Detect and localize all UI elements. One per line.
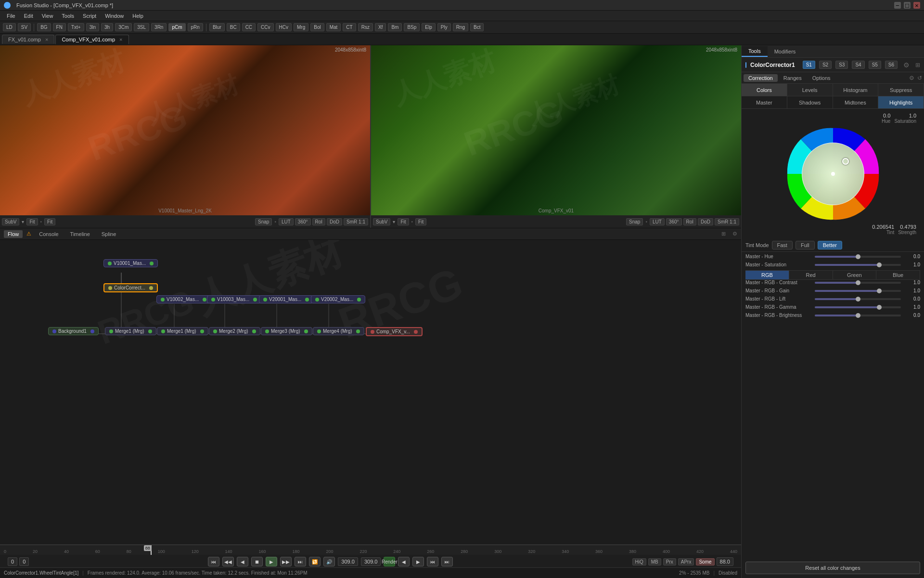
frame-end[interactable]: 88.0 bbox=[717, 557, 733, 566]
menu-file[interactable]: File bbox=[3, 12, 19, 20]
vc-fit2-right[interactable]: Fit bbox=[415, 218, 426, 225]
vc-smr-left[interactable]: SmR 1:1 bbox=[344, 218, 368, 225]
btn-fwd-end[interactable]: ⏭ bbox=[295, 557, 306, 566]
flow-tab-spline[interactable]: Spline bbox=[98, 230, 120, 238]
tint-better-btn[interactable]: Better bbox=[818, 241, 842, 250]
btn-loop[interactable]: 🔁 bbox=[309, 557, 321, 566]
vc-subv-right[interactable]: SubV bbox=[373, 218, 390, 225]
menu-tools[interactable]: Tools bbox=[58, 12, 78, 20]
btn-mb[interactable]: MB bbox=[648, 558, 661, 565]
slider-contrast-thumb[interactable] bbox=[856, 280, 860, 285]
tb-3sl[interactable]: 3SL bbox=[134, 23, 149, 31]
node-canvas[interactable]: 人人素材 RRCG RRCG bbox=[0, 240, 741, 544]
vc-360-right[interactable]: 360° bbox=[666, 218, 682, 225]
tb-bol[interactable]: Bol bbox=[310, 23, 324, 31]
tb-mat[interactable]: Mat bbox=[326, 23, 341, 31]
tint-full-btn[interactable]: Full bbox=[796, 241, 815, 250]
tb-fn[interactable]: FN bbox=[53, 23, 66, 31]
flow-tab-timeline[interactable]: Timeline bbox=[66, 230, 94, 238]
tab-right[interactable]: Comp_VFX_v01.comp × bbox=[55, 35, 128, 44]
tb-bm[interactable]: Bm bbox=[388, 23, 402, 31]
node-v10001[interactable]: V10001_Mas... bbox=[103, 259, 158, 267]
rgb-tab-blue[interactable]: Blue bbox=[876, 271, 920, 279]
time-display-main[interactable]: 309.0 bbox=[338, 557, 358, 566]
tab-left[interactable]: FX_v01.comp × bbox=[2, 35, 54, 44]
btn-audio[interactable]: 🔊 bbox=[323, 557, 335, 566]
menu-script[interactable]: Script bbox=[79, 12, 100, 20]
flow-tab-console[interactable]: Console bbox=[35, 230, 62, 238]
vc-roi-left[interactable]: RoI bbox=[312, 218, 326, 225]
btn-rewind-start[interactable]: ⏮ bbox=[208, 557, 219, 566]
btn-s5[interactable]: S5 bbox=[869, 61, 881, 69]
flow-settings-icon[interactable]: ⚙ bbox=[732, 231, 737, 237]
tb-ct[interactable]: CT bbox=[343, 23, 356, 31]
subtab-settings-icon[interactable]: ⚙ bbox=[909, 75, 914, 81]
tb-blur[interactable]: Blur bbox=[209, 23, 225, 31]
color-tab-histogram[interactable]: Histogram bbox=[833, 84, 879, 96]
slider-sat-track[interactable] bbox=[815, 264, 901, 266]
vc-dod-right[interactable]: DoD bbox=[698, 218, 713, 225]
slider-gain-value[interactable]: 1.0 bbox=[903, 288, 920, 293]
node-v20001[interactable]: V20001_Mas... bbox=[259, 295, 313, 303]
tb-3cm[interactable]: 3Cm bbox=[115, 23, 132, 31]
tb-bsp[interactable]: BSp bbox=[404, 23, 420, 31]
node-enabled-checkbox[interactable] bbox=[745, 62, 746, 68]
btn-step-fwd[interactable]: ▶▶ bbox=[280, 557, 292, 566]
slider-brightness-track[interactable] bbox=[815, 315, 901, 316]
tb-rsz[interactable]: Rsz bbox=[358, 23, 373, 31]
subtab-reset-icon[interactable]: ↺ bbox=[917, 75, 922, 81]
flow-expand-btn[interactable]: ⊞ bbox=[721, 231, 726, 237]
slider-sat-value[interactable]: 1.0 bbox=[903, 262, 920, 267]
vc-subv-left[interactable]: SubV bbox=[2, 218, 19, 225]
minimize-button[interactable]: − bbox=[894, 2, 901, 9]
node-merge4[interactable]: Merge3 (Mrg) bbox=[261, 327, 312, 335]
vc-fit1-left[interactable]: Fit bbox=[26, 218, 38, 225]
btn-s1[interactable]: S1 bbox=[803, 61, 815, 69]
subtab-correction[interactable]: Correction bbox=[744, 74, 778, 82]
tb-cc[interactable]: CC bbox=[242, 23, 256, 31]
tb-hcv[interactable]: HCv bbox=[276, 23, 292, 31]
tb-sv[interactable]: SV bbox=[18, 23, 31, 31]
maximize-button[interactable]: □ bbox=[904, 2, 911, 9]
slider-gain-track[interactable] bbox=[815, 290, 901, 292]
close-button[interactable]: × bbox=[913, 2, 920, 9]
tab-right-close[interactable]: × bbox=[119, 37, 122, 42]
tint-value[interactable]: 0.206541 bbox=[872, 224, 894, 230]
btn-aprx[interactable]: APrx bbox=[678, 558, 694, 565]
panel-tab-tools[interactable]: Tools bbox=[742, 46, 768, 57]
vc-snap-right[interactable]: Snap bbox=[626, 218, 643, 225]
vc-roi-right[interactable]: RoI bbox=[683, 218, 697, 225]
slider-brightness-value[interactable]: 0.0 bbox=[903, 313, 920, 318]
node-background1[interactable]: Background1 bbox=[48, 327, 99, 335]
reset-all-button[interactable]: Reset all color changes bbox=[745, 562, 920, 574]
subtab-ranges[interactable]: Ranges bbox=[779, 74, 807, 82]
node-merge3[interactable]: Merge2 (Mrg) bbox=[209, 327, 260, 335]
render-button[interactable]: Render bbox=[384, 557, 395, 566]
btn-next-frame[interactable]: ▶ bbox=[412, 557, 424, 566]
tb-ccv[interactable]: CCv bbox=[257, 23, 273, 31]
rgb-tab-green[interactable]: Green bbox=[833, 271, 877, 279]
tint-fast-btn[interactable]: Fast bbox=[772, 241, 793, 250]
tb-pcm[interactable]: pCm bbox=[168, 23, 185, 31]
corr-tab-shadows[interactable]: Shadows bbox=[787, 96, 833, 108]
node-v20002[interactable]: V20002_Mas... bbox=[311, 295, 365, 303]
btn-prev-frame[interactable]: ◀ bbox=[398, 557, 410, 566]
time-display-alt[interactable]: 309.0 bbox=[361, 557, 381, 566]
node-expand-icon[interactable]: ⊞ bbox=[915, 62, 920, 68]
vc-fit2-left[interactable]: Fit bbox=[44, 218, 55, 225]
tb-3ln[interactable]: 3ln bbox=[86, 23, 99, 31]
btn-next-key[interactable]: ⏭ bbox=[441, 557, 453, 566]
rgb-tab-red[interactable]: Red bbox=[789, 271, 833, 279]
vc-smr-right[interactable]: SmR 1:1 bbox=[715, 218, 739, 225]
strength-value[interactable]: 0.4793 bbox=[898, 224, 916, 230]
slider-contrast-value[interactable]: 1.0 bbox=[903, 280, 920, 285]
window-controls[interactable]: − □ × bbox=[894, 2, 920, 9]
btn-hiq[interactable]: HiQ bbox=[632, 558, 646, 565]
flow-tab-flow[interactable]: Flow bbox=[4, 230, 23, 238]
corr-tab-midtones[interactable]: Midtones bbox=[833, 96, 879, 108]
btn-play-back[interactable]: ◀ bbox=[237, 557, 248, 566]
slider-gamma-value[interactable]: 1.0 bbox=[903, 304, 920, 310]
viewer-left[interactable]: 人人素材 RRCG 人人素材 2048x858xint8 SubV ▾ Fit … bbox=[0, 45, 370, 228]
tb-xf[interactable]: Xf bbox=[375, 23, 386, 31]
btn-prev-key[interactable]: ⏮ bbox=[427, 557, 438, 566]
